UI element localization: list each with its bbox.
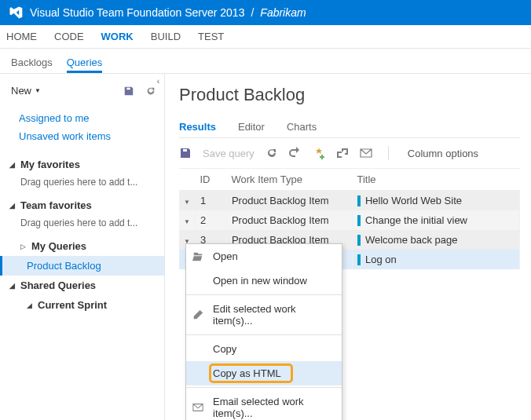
col-type[interactable]: Work Item Type: [226, 169, 352, 191]
breadcrumb-separator: /: [251, 6, 254, 19]
cell-title: Hello World Web Site: [352, 191, 519, 211]
team-favorites-hint: Drag queries here to add t...: [0, 215, 164, 236]
caret-down-icon: ▼: [35, 87, 41, 94]
row-expand-icon[interactable]: ▼: [184, 199, 190, 206]
cell-type: Product Backlog Item: [226, 191, 352, 211]
link-assigned-to-me[interactable]: Assigned to me: [19, 109, 164, 127]
row-expand-icon[interactable]: ▼: [184, 218, 190, 225]
sidebar: ‹ New ▼ Assigned to me Unsaved work item…: [0, 74, 165, 420]
top-nav-tabs: HOME CODE WORK BUILD TEST: [0, 25, 531, 49]
cell-id: 2: [195, 210, 226, 230]
table-row[interactable]: ▼2Product Backlog ItemChange the initial…: [179, 210, 520, 230]
work-sub-tabs: Backlogs Queries: [0, 49, 531, 74]
menu-email-selected[interactable]: Email selected work item(s)...: [186, 389, 342, 420]
collapse-sidebar-icon[interactable]: ‹: [157, 77, 159, 86]
result-tab-charts[interactable]: Charts: [287, 116, 317, 137]
toolbar-divider: [388, 146, 389, 160]
type-color-bar: [357, 235, 361, 246]
type-color-bar: [357, 195, 361, 206]
tab-test[interactable]: TEST: [198, 31, 224, 42]
tab-build[interactable]: BUILD: [151, 31, 181, 42]
email-icon[interactable]: [360, 147, 372, 159]
pencil-icon: [192, 309, 203, 320]
vs-logo-icon: [8, 5, 24, 20]
menu-edit-selected[interactable]: Edit selected work item(s)...: [186, 297, 342, 333]
cell-title: Welcome back page: [352, 230, 519, 250]
link-icon[interactable]: [336, 147, 349, 159]
col-id[interactable]: ID: [195, 169, 226, 191]
result-tab-results[interactable]: Results: [179, 116, 216, 137]
subtab-backlogs[interactable]: Backlogs: [11, 57, 53, 73]
email-icon: [192, 402, 203, 413]
tab-code[interactable]: CODE: [54, 31, 84, 42]
tree-my-queries[interactable]: ▷My Queries: [0, 236, 164, 256]
my-favorites-hint: Drag queries here to add t...: [0, 174, 164, 195]
link-unsaved-work-items[interactable]: Unsaved work items: [19, 127, 164, 145]
refresh-results-icon[interactable]: [266, 147, 278, 159]
col-title[interactable]: Title: [352, 169, 519, 191]
cell-id: 1: [195, 191, 226, 211]
new-label: New: [11, 85, 31, 97]
save-query-label: Save query: [203, 148, 255, 159]
open-icon: [192, 251, 203, 262]
menu-copy[interactable]: Copy: [186, 337, 342, 361]
type-color-bar: [357, 215, 361, 226]
new-query-button[interactable]: New ▼: [11, 85, 41, 97]
table-row[interactable]: ▼1Product Backlog ItemHello World Web Si…: [179, 191, 520, 211]
tab-home[interactable]: HOME: [6, 31, 37, 42]
subtab-queries[interactable]: Queries: [67, 57, 103, 73]
tree-item-product-backlog[interactable]: Product Backlog: [0, 256, 164, 276]
menu-copy-as-html[interactable]: Copy as HTML: [186, 361, 342, 385]
cell-title: Change the initial view: [352, 210, 519, 230]
project-name[interactable]: Fabrikam: [260, 6, 306, 19]
query-tree: ◢My favorites Drag queries here to add t…: [0, 155, 164, 315]
cell-type: Product Backlog Item: [226, 210, 352, 230]
tree-shared-queries[interactable]: ◢Shared Queries: [0, 276, 164, 295]
refresh-icon[interactable]: [145, 86, 156, 97]
redo-icon[interactable]: [289, 147, 302, 159]
column-options-button[interactable]: Column options: [408, 148, 478, 159]
result-tabs: Results Editor Charts: [179, 116, 520, 138]
result-tab-editor[interactable]: Editor: [238, 116, 265, 137]
tree-my-favorites[interactable]: ◢My favorites: [0, 155, 164, 174]
type-color-bar: [357, 254, 361, 265]
new-item-icon[interactable]: [313, 147, 325, 159]
menu-separator: [186, 334, 342, 335]
cell-title: Log on: [352, 250, 519, 269]
context-menu: Open Open in new window Edit selected wo…: [185, 243, 342, 420]
tree-team-favorites[interactable]: ◢Team favorites: [0, 195, 164, 215]
results-toolbar: Save query Column options: [179, 138, 520, 168]
top-banner: Visual Studio Team Foundation Server 201…: [0, 0, 531, 25]
page-title: Product Backlog: [179, 85, 520, 105]
menu-separator: [186, 387, 342, 388]
product-name: Visual Studio Team Foundation Server 201…: [30, 6, 244, 19]
tab-work[interactable]: WORK: [101, 31, 134, 42]
menu-open[interactable]: Open: [186, 244, 342, 268]
menu-open-new-window[interactable]: Open in new window: [186, 268, 342, 293]
menu-separator: [186, 294, 342, 295]
save-query-icon[interactable]: [179, 147, 192, 159]
tree-item-current-sprint[interactable]: ◢Current Sprint: [0, 295, 164, 315]
save-icon[interactable]: [123, 86, 134, 97]
